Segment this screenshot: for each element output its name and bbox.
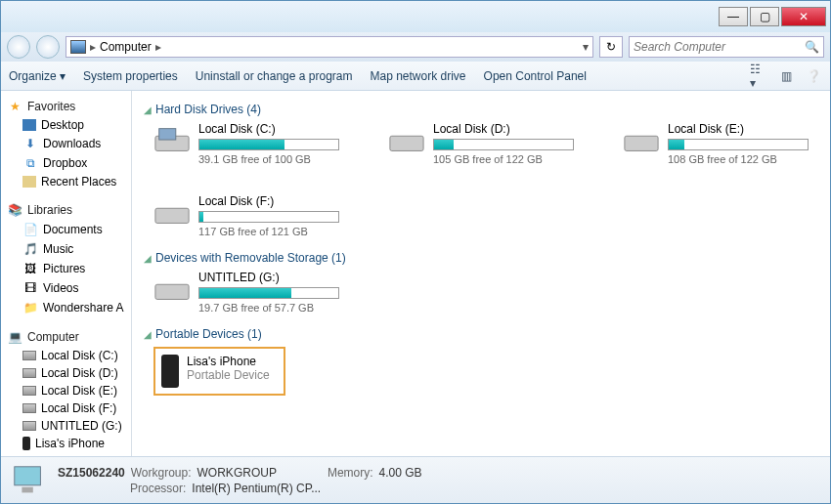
- capacity-bar: [198, 287, 339, 299]
- breadcrumb-location[interactable]: Computer: [100, 40, 152, 54]
- drive-g[interactable]: UNTITLED (G:) 19.7 GB free of 57.7 GB: [153, 271, 339, 314]
- close-button[interactable]: ✕: [781, 7, 826, 26]
- sidebar-item-videos[interactable]: 🎞Videos: [1, 278, 131, 298]
- drive-c[interactable]: Local Disk (C:) 39.1 GB free of 100 GB: [153, 122, 339, 165]
- drive-icon: [388, 126, 425, 155]
- sidebar-item-wondershare[interactable]: 📁Wondershare A: [1, 298, 131, 317]
- folder-icon: 📁: [22, 300, 38, 315]
- libraries-icon: 📚: [7, 202, 22, 218]
- sidebar-item-disk-c[interactable]: Local Disk (C:): [1, 347, 131, 364]
- sidebar-item-music[interactable]: 🎵Music: [1, 239, 131, 259]
- drive-f[interactable]: Local Disk (F:) 117 GB free of 121 GB: [153, 194, 339, 237]
- star-icon: ★: [7, 99, 22, 114]
- svg-rect-6: [15, 466, 41, 484]
- favorites-label: Favorites: [27, 100, 75, 113]
- drive-free: 117 GB free of 121 GB: [198, 226, 339, 237]
- sidebar-item-documents[interactable]: 📄Documents: [1, 220, 131, 239]
- drive-icon: [153, 126, 191, 155]
- sidebar-item-iphone[interactable]: Lisa's iPhone: [1, 435, 131, 452]
- sidebar-favorites-header[interactable]: ★ Favorites: [1, 97, 131, 116]
- preview-pane-button[interactable]: ▥: [777, 67, 795, 85]
- status-processor-label: Processor:: [130, 482, 186, 495]
- portable-device-iphone[interactable]: Lisa's iPhone Portable Device: [153, 347, 285, 396]
- dropdown-arrow-icon[interactable]: ▾: [583, 40, 589, 54]
- sidebar-libraries-header[interactable]: 📚 Libraries: [1, 200, 131, 220]
- drive-free: 105 GB free of 122 GB: [433, 153, 574, 165]
- drive-name: Local Disk (D:): [433, 122, 574, 136]
- help-button[interactable]: ❔: [805, 67, 822, 85]
- libraries-label: Libraries: [27, 203, 72, 217]
- drive-name: Local Disk (C:): [198, 122, 339, 136]
- address-box[interactable]: ▸ Computer ▸ ▾: [66, 36, 593, 58]
- recent-places-icon: [22, 176, 36, 188]
- forward-button[interactable]: [36, 35, 60, 59]
- disk-icon: [22, 368, 36, 378]
- sidebar-item-disk-g[interactable]: UNTITLED (G:): [1, 417, 131, 435]
- desktop-icon: [22, 119, 36, 131]
- computer-icon: [70, 40, 86, 54]
- svg-rect-7: [22, 486, 32, 492]
- phone-icon: [161, 355, 179, 388]
- titlebar: — ▢ ✕: [1, 1, 830, 32]
- refresh-button[interactable]: ↻: [599, 36, 623, 58]
- sidebar-item-desktop[interactable]: Desktop: [1, 116, 131, 134]
- status-memory-label: Memory:: [328, 466, 373, 480]
- documents-icon: 📄: [22, 222, 38, 237]
- map-network-drive-button[interactable]: Map network drive: [371, 69, 466, 83]
- capacity-bar: [198, 211, 339, 223]
- section-removable-header[interactable]: ◢Devices with Removable Storage (1): [144, 251, 818, 265]
- capacity-bar: [433, 139, 574, 150]
- drive-e[interactable]: Local Disk (E:) 108 GB free of 122 GB: [623, 122, 809, 165]
- collapse-icon: ◢: [144, 253, 152, 264]
- section-hdd-header[interactable]: ◢Hard Disk Drives (4): [144, 103, 818, 116]
- sidebar-item-pictures[interactable]: 🖼Pictures: [1, 259, 131, 278]
- sidebar-item-dropbox[interactable]: ⧉Dropbox: [1, 153, 131, 173]
- search-input[interactable]: [634, 40, 790, 54]
- dropbox-icon: ⧉: [22, 155, 38, 171]
- disk-icon: [22, 351, 36, 360]
- phone-icon: [22, 437, 30, 450]
- drive-icon: [153, 274, 191, 304]
- minimize-button[interactable]: —: [719, 7, 748, 26]
- svg-rect-1: [159, 129, 176, 140]
- status-computer-name: SZ15062240: [58, 466, 125, 480]
- portable-name: Lisa's iPhone: [187, 355, 270, 368]
- portable-type: Portable Device: [187, 368, 270, 382]
- drive-free: 108 GB free of 122 GB: [668, 153, 809, 165]
- sidebar-item-disk-f[interactable]: Local Disk (F:): [1, 399, 131, 417]
- music-icon: 🎵: [22, 241, 38, 257]
- disk-icon: [22, 421, 36, 431]
- disk-icon: [22, 403, 36, 413]
- section-portable-header[interactable]: ◢Portable Devices (1): [144, 327, 818, 341]
- search-icon: 🔍: [805, 40, 819, 54]
- sidebar-item-disk-d[interactable]: Local Disk (D:): [1, 364, 131, 382]
- sidebar-item-recent-places[interactable]: Recent Places: [1, 173, 131, 190]
- content-pane: ◢Hard Disk Drives (4) Local Disk (C:) 39…: [132, 91, 830, 456]
- system-properties-button[interactable]: System properties: [83, 69, 178, 83]
- uninstall-program-button[interactable]: Uninstall or change a program: [196, 69, 353, 83]
- drive-free: 19.7 GB free of 57.7 GB: [198, 302, 339, 314]
- breadcrumb-sep2: ▸: [155, 40, 161, 54]
- collapse-icon: ◢: [144, 329, 152, 340]
- sidebar-item-downloads[interactable]: ⬇Downloads: [1, 134, 131, 153]
- drive-free: 39.1 GB free of 100 GB: [198, 153, 339, 165]
- pictures-icon: 🖼: [22, 261, 38, 276]
- open-control-panel-button[interactable]: Open Control Panel: [484, 69, 587, 83]
- status-bar: SZ15062240 Workgroup: WORKGROUP Memory: …: [1, 456, 830, 503]
- maximize-button[interactable]: ▢: [750, 7, 779, 26]
- collapse-icon: ◢: [144, 105, 152, 115]
- computer-large-icon: [11, 463, 48, 498]
- organize-menu[interactable]: Organize ▾: [9, 69, 66, 83]
- drive-d[interactable]: Local Disk (D:) 105 GB free of 122 GB: [388, 122, 574, 165]
- drive-name: UNTITLED (G:): [198, 271, 339, 284]
- downloads-icon: ⬇: [22, 136, 38, 151]
- address-bar: ▸ Computer ▸ ▾ ↻ 🔍: [1, 32, 830, 62]
- sidebar-computer-header[interactable]: 💻 Computer: [1, 327, 131, 347]
- svg-rect-5: [155, 284, 189, 299]
- view-options-button[interactable]: ☷ ▾: [750, 67, 767, 85]
- back-button[interactable]: [7, 35, 30, 59]
- capacity-bar: [668, 139, 809, 150]
- search-box[interactable]: 🔍: [629, 36, 824, 58]
- sidebar-item-disk-e[interactable]: Local Disk (E:): [1, 382, 131, 399]
- computer-icon: 💻: [7, 329, 22, 345]
